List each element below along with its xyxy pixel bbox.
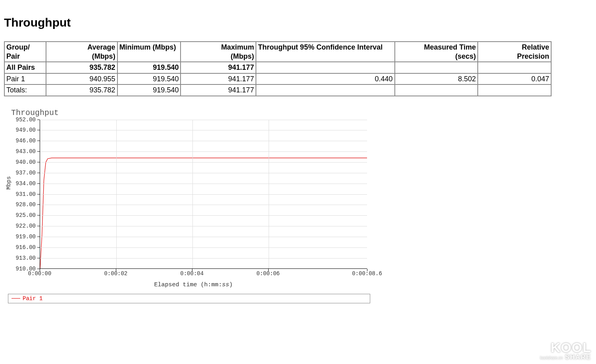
y-tick-label: 949.00 (8, 127, 36, 133)
table-cell (395, 84, 478, 96)
y-tick-label: 922.00 (8, 223, 36, 229)
table-cell: 919.540 (117, 62, 181, 73)
y-tick-label: 931.00 (8, 191, 36, 197)
gridline-h (40, 120, 367, 120)
table-row: Pair 1940.955919.540941.1770.4408.5020.0… (4, 73, 551, 85)
gridline-h (40, 194, 367, 195)
y-tick-label: 943.00 (8, 148, 36, 155)
y-tick-label: 919.00 (8, 234, 36, 240)
table-cell (256, 84, 394, 96)
table-row: All Pairs935.782919.540941.177 (4, 62, 551, 73)
table-cell (478, 84, 551, 96)
gridline-h (40, 226, 367, 226)
gridline-h (40, 205, 367, 205)
table-cell: 941.177 (181, 62, 256, 73)
x-tick-label: 0:00:04 (180, 270, 204, 277)
gridline-h (40, 151, 367, 152)
table-cell (478, 62, 551, 73)
table-cell: 940.955 (46, 73, 117, 85)
th-average: Average (Mbps) (46, 42, 117, 62)
gridline-v (192, 120, 193, 268)
y-tick-label: 934.00 (8, 180, 36, 187)
gridline-h (40, 215, 367, 216)
table-cell: Pair 1 (4, 73, 46, 85)
y-tick-label: 946.00 (8, 138, 36, 144)
x-tick-label: 0:00:06 (256, 270, 280, 277)
gridline-h (40, 184, 367, 184)
x-tick-label: 0:00:02 (104, 270, 127, 277)
gridline-h (40, 258, 367, 259)
legend-label: Pair 1 (23, 295, 42, 302)
throughput-chart: Throughput Mbps 910.00913.00916.00919.00… (8, 108, 379, 303)
table-cell (256, 62, 394, 73)
gridline-h (40, 247, 367, 248)
x-tick-label: 0:00:00 (28, 270, 52, 277)
page-title: Throughput (4, 16, 592, 29)
chart-legend: Pair 1 (8, 294, 370, 303)
x-tick-label: 0:00:08.6 (352, 270, 382, 277)
y-tick-label: 952.00 (8, 117, 36, 123)
gridline-h (40, 173, 367, 173)
table-cell: 941.177 (181, 73, 256, 85)
y-tick-label: 937.00 (8, 170, 36, 176)
gridline-h (40, 162, 367, 163)
y-tick-label: 916.00 (8, 244, 36, 251)
th-minimum: Minimum (Mbps) (117, 42, 181, 62)
table-cell: 0.440 (256, 73, 394, 85)
table-cell: 941.177 (181, 84, 256, 96)
table-cell: 935.782 (46, 84, 117, 96)
table-cell: 919.540 (117, 73, 181, 85)
table-cell: All Pairs (4, 62, 46, 73)
table-cell: 8.502 (395, 73, 478, 85)
gridline-h (40, 237, 367, 237)
gridline-v (116, 120, 117, 268)
throughput-table: Group/ Pair Average (Mbps) Minimum (Mbps… (4, 41, 552, 96)
th-ci: Throughput 95% Confidence Interval (256, 42, 394, 62)
table-cell: Totals: (4, 84, 46, 96)
th-precision: Relative Precision (478, 42, 551, 62)
th-time: Measured Time (secs) (395, 42, 478, 62)
y-tick-label: 925.00 (8, 212, 36, 218)
table-cell: 919.540 (117, 84, 181, 96)
table-cell: 935.782 (46, 62, 117, 73)
y-tick-label: 940.00 (8, 159, 36, 165)
x-axis-label: Elapsed time (h:mm:ss) (8, 282, 379, 288)
gridline-h (40, 130, 367, 130)
chart-title: Throughput (11, 108, 379, 117)
y-tick-label: 913.00 (8, 255, 36, 261)
table-row: Totals:935.782919.540941.177 (4, 84, 551, 96)
th-maximum: Maximum (Mbps) (181, 42, 256, 62)
table-cell: 0.047 (478, 73, 551, 85)
th-group-pair: Group/ Pair (4, 42, 46, 62)
table-cell (395, 62, 478, 73)
y-tick-label: 928.00 (8, 201, 36, 208)
gridline-v (269, 120, 269, 268)
table-header-row: Group/ Pair Average (Mbps) Minimum (Mbps… (4, 42, 551, 62)
legend-line-icon (12, 298, 20, 299)
gridline-h (40, 141, 367, 141)
series-line-pair-1 (40, 158, 367, 268)
